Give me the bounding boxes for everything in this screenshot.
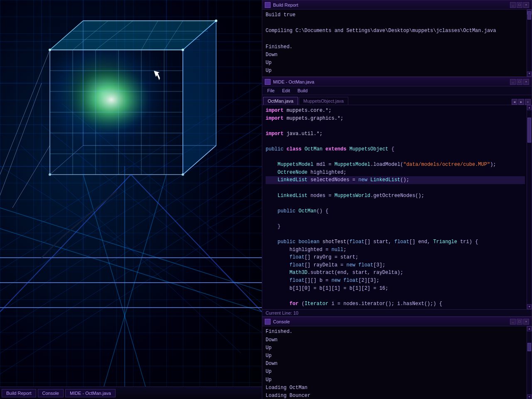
mide-maximize-btn[interactable]: □ — [517, 79, 522, 85]
console-content: Finished. Down Up Up Down Up Up Loading … — [262, 326, 532, 399]
mide-titlebar: MIDE - OctMan.java _ □ × — [262, 77, 532, 86]
code-line-14: public OctMan() { — [266, 207, 525, 215]
code-line-22: Math3D.subtract(end, start, rayDelta); — [266, 269, 525, 277]
svg-line-55 — [83, 175, 145, 387]
console-line-1: Down — [266, 336, 525, 344]
taskbar: Build Report Console MIDE - OctMan.java — [0, 387, 262, 399]
console-title: Console — [273, 319, 290, 324]
code-line-23: float[][] b = new float[2][3]; — [266, 277, 525, 285]
mide-icon — [265, 79, 271, 85]
code-line-1: import muppets.core.*; — [266, 107, 525, 115]
console-scrollbar[interactable]: ▲ ▼ — [527, 326, 532, 399]
cube-wireframe — [0, 0, 262, 387]
build-report-maximize-btn[interactable]: □ — [517, 2, 522, 8]
code-line-12: LinkedList nodes = MuppetsWorld.getOctre… — [266, 192, 525, 200]
console-controls: _ □ × — [510, 319, 529, 325]
code-line-17 — [266, 231, 525, 239]
console-line-0: Finished. — [266, 328, 525, 336]
code-line-25 — [266, 292, 525, 300]
svg-line-56 — [104, 175, 166, 387]
code-line-11 — [266, 184, 525, 192]
console-scroll-up-btn[interactable]: ▲ — [527, 326, 532, 331]
code-line-3 — [266, 122, 525, 130]
mide-editor-panel: MIDE - OctMan.java _ □ × File Edit Build… — [262, 77, 532, 317]
svg-line-68 — [229, 125, 262, 145]
svg-line-6 — [0, 208, 262, 374]
console-line-4: Down — [266, 360, 525, 368]
console-line-5: Up — [266, 368, 525, 376]
mide-scroll-thumb[interactable] — [527, 118, 531, 143]
console-line-7: Loading OctMan — [266, 384, 525, 392]
code-line-15 — [266, 215, 525, 223]
mide-menu-build[interactable]: Build — [294, 87, 311, 94]
console-scroll-thumb[interactable] — [527, 343, 531, 351]
tab-octman-java[interactable]: OctMan.java — [263, 97, 298, 105]
build-report-line-6: Down — [266, 51, 525, 59]
svg-point-23 — [66, 66, 166, 150]
mide-minimize-btn[interactable]: _ — [510, 79, 516, 85]
build-report-titlebar: Build Report _ □ × — [262, 0, 532, 10]
tab-muppetsobject-java[interactable]: MuppetsObject.java — [299, 97, 348, 105]
mide-scroll-up-btn[interactable]: ▲ — [527, 105, 532, 110]
build-report-line-8: Up — [266, 67, 525, 75]
build-report-controls: _ □ × — [510, 2, 529, 8]
console-close-btn[interactable]: × — [523, 319, 529, 325]
mide-menu-edit[interactable]: Edit — [279, 87, 293, 94]
mide-tab-bar: OctMan.java MuppetsObject.java ◄ ► × — [262, 95, 532, 105]
console-line-8: Loading Bouncer — [266, 392, 525, 399]
mide-title-left: MIDE - OctMan.java — [265, 79, 314, 85]
build-report-close-btn[interactable]: × — [523, 2, 529, 8]
mide-title: MIDE - OctMan.java — [273, 79, 314, 84]
code-line-4: import java.util.*; — [266, 130, 525, 138]
build-report-content: Build true Compiling C:\Documents and Se… — [262, 10, 532, 76]
console-titlebar: Console _ □ × — [262, 317, 532, 326]
build-report-line-2 — [266, 19, 525, 27]
svg-line-64 — [12, 145, 50, 208]
tab-nav-prev-btn[interactable]: ◄ — [512, 99, 517, 105]
tab-close-btn[interactable]: × — [525, 99, 531, 105]
mide-menu-bar: File Edit Build — [262, 86, 532, 95]
console-panel: Console _ □ × Finished. Down Up Up Down … — [262, 317, 532, 399]
background-scene — [0, 0, 262, 399]
taskbar-item-build-report[interactable]: Build Report — [2, 389, 36, 397]
mide-controls: _ □ × — [510, 79, 529, 85]
console-title-left: Console — [265, 319, 290, 325]
console-icon — [265, 319, 271, 325]
console-scroll-down-btn[interactable]: ▼ — [527, 394, 532, 399]
build-report-scroll-down-btn[interactable]: ▼ — [527, 71, 532, 76]
taskbar-item-console[interactable]: Console — [38, 389, 64, 397]
code-line-10: LinkedList selectedNodes = new LinkedLis… — [266, 176, 525, 184]
code-line-8: MuppetsModel mdl = MuppetsModel.loadMode… — [266, 161, 525, 169]
svg-line-67 — [208, 200, 262, 229]
code-line-19: highlighted = null; — [266, 246, 525, 254]
code-line-2: import muppets.graphics.*; — [266, 115, 525, 123]
mide-menu-file[interactable]: File — [264, 87, 278, 94]
right-panels: Build Report _ □ × Build true Compiling … — [262, 0, 532, 399]
build-report-minimize-btn[interactable]: _ — [510, 2, 516, 8]
console-minimize-btn[interactable]: _ — [510, 319, 516, 325]
tab-nav-next-btn[interactable]: ► — [518, 99, 524, 105]
mide-current-line: Current Line: 10 — [266, 310, 298, 315]
build-report-line-5: Finished. — [266, 43, 525, 51]
build-report-title-left: Build Report — [265, 2, 298, 8]
build-report-line-1: Build true — [266, 11, 525, 19]
svg-line-62 — [0, 50, 50, 175]
taskbar-item-mide[interactable]: MIDE - OctMan.java — [65, 389, 116, 397]
mide-close-btn[interactable]: × — [523, 79, 529, 85]
code-line-20: float[] rayOrg = start; — [266, 254, 525, 261]
mide-scrollbar[interactable]: ▲ ▼ — [527, 105, 532, 309]
console-maximize-btn[interactable]: □ — [517, 319, 522, 325]
build-report-scrollbar[interactable]: ▲ ▼ — [527, 10, 532, 76]
code-line-9: OctreeNode highlighted; — [266, 169, 525, 177]
mide-code-editor[interactable]: import muppets.core.*; import muppets.gr… — [262, 105, 532, 309]
console-line-2: Up — [266, 344, 525, 352]
code-line-18: public boolean shotTest(float[] start, f… — [266, 238, 525, 246]
mide-scroll-down-btn[interactable]: ▼ — [527, 304, 532, 309]
code-line-16: } — [266, 223, 525, 231]
build-report-title: Build Report — [273, 2, 298, 7]
build-report-scroll-thumb[interactable] — [527, 11, 531, 20]
svg-point-43 — [182, 49, 184, 51]
svg-point-46 — [215, 20, 217, 22]
build-report-line-7: Up — [266, 59, 525, 67]
svg-line-69 — [62, 191, 116, 237]
